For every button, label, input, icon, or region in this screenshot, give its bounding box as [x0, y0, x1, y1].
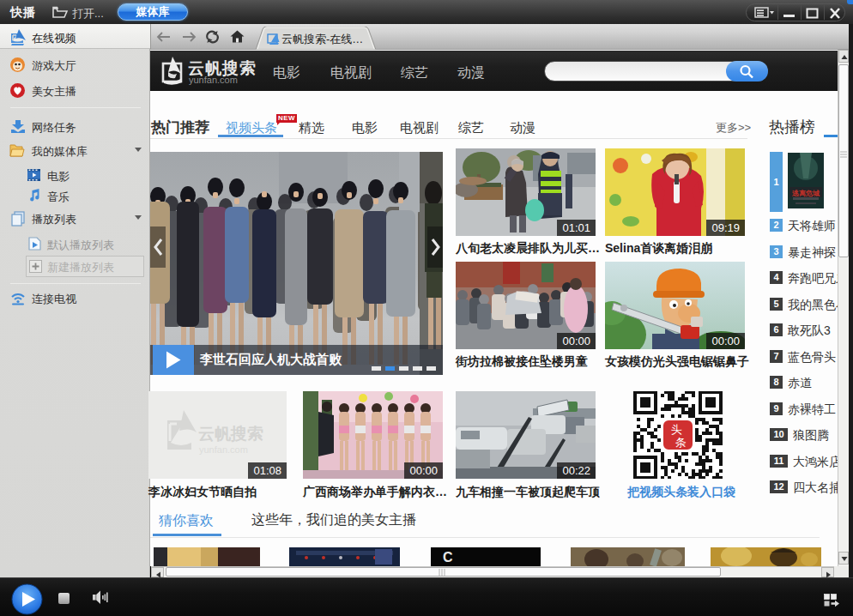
svg-text:yunfan.com: yunfan.com	[199, 444, 248, 455]
svg-text:逃离危城: 逃离危城	[791, 189, 820, 197]
svg-text:云帆搜索: 云帆搜索	[198, 425, 263, 443]
svg-text:条: 条	[675, 436, 687, 449]
svg-text:头: 头	[671, 423, 682, 436]
